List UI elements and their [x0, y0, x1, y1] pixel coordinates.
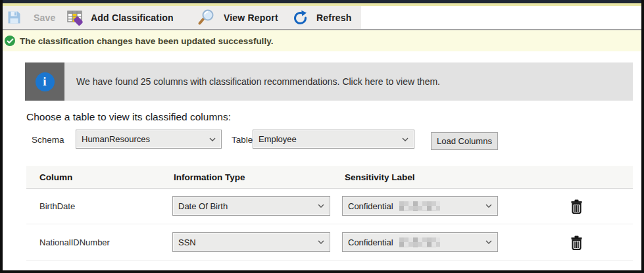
- refresh-button[interactable]: Refresh: [293, 6, 352, 29]
- schema-select-value: HumanResources: [82, 134, 150, 144]
- column-name: NationalIDNumber: [39, 224, 110, 260]
- load-columns-button[interactable]: Load Columns: [431, 132, 498, 150]
- delete-classification-button[interactable]: [568, 234, 584, 251]
- trash-icon: [570, 199, 583, 214]
- recommendations-banner-text[interactable]: We have found 25 columns with classifica…: [64, 62, 440, 101]
- window-left-edge: [0, 0, 3, 273]
- add-classification-button[interactable]: Add Classification: [66, 6, 174, 29]
- chevron-down-icon: [209, 137, 216, 141]
- save-label: Save: [34, 12, 56, 23]
- refresh-label: Refresh: [316, 12, 352, 23]
- add-classification-label: Add Classification: [91, 12, 174, 23]
- table-select[interactable]: Employee: [253, 130, 414, 149]
- delete-classification-button[interactable]: [568, 198, 584, 215]
- save-icon: [7, 10, 22, 25]
- information-type-value: Date Of Birth: [178, 201, 228, 211]
- chevron-down-icon: [318, 240, 324, 244]
- toolbar: Save Add Classification: [3, 6, 361, 29]
- chevron-down-icon: [402, 137, 409, 141]
- refresh-icon: [293, 10, 309, 26]
- info-icon-tile: i: [25, 62, 64, 101]
- window-right-edge: [641, 0, 644, 273]
- view-report-button[interactable]: View Report: [197, 6, 278, 29]
- information-type-select[interactable]: Date Of Birth: [172, 196, 330, 216]
- sensitivity-label-header: Sensitivity Label: [345, 166, 415, 189]
- success-check-icon: [5, 36, 15, 46]
- table-select-value: Employee: [259, 134, 297, 144]
- top-yellow-strip: [0, 3, 644, 6]
- schema-select[interactable]: HumanResources: [76, 130, 222, 149]
- information-type-value: SSN: [178, 237, 196, 247]
- chevron-down-icon: [485, 240, 492, 244]
- information-type-select[interactable]: SSN: [172, 232, 330, 252]
- sensitivity-label-value: Confidential: [348, 201, 393, 211]
- trash-icon: [570, 236, 583, 250]
- status-message-text: The classification changes have been upd…: [20, 30, 273, 51]
- grid-header: Column Information Type Sensitivity Labe…: [26, 166, 633, 189]
- status-message-bar: The classification changes have been upd…: [0, 30, 644, 51]
- table-row: BirthDate Date Of Birth Confidential: [26, 189, 633, 224]
- data-classification-window: Save Add Classification: [0, 0, 644, 273]
- information-type-header: Information Type: [174, 166, 245, 189]
- chevron-down-icon: [318, 204, 324, 208]
- column-name: BirthDate: [39, 189, 75, 224]
- table-row: NationalIDNumber SSN Confidential: [26, 224, 633, 261]
- magnifier-icon: [197, 9, 216, 26]
- column-header: Column: [39, 166, 72, 189]
- info-icon: i: [36, 72, 55, 91]
- table-label: Table: [232, 135, 253, 145]
- window-bottom-edge: [0, 270, 644, 273]
- sensitivity-label-select[interactable]: Confidential: [342, 232, 498, 252]
- redacted-blur-patch: [399, 201, 440, 211]
- sensitivity-label-select[interactable]: Confidential: [342, 196, 498, 216]
- recommendations-banner[interactable]: i We have found 25 columns with classifi…: [25, 62, 633, 101]
- add-classification-icon: [66, 9, 84, 26]
- choose-table-heading: Choose a table to view its classified co…: [26, 111, 231, 123]
- schema-label: Schema: [32, 135, 64, 145]
- chevron-down-icon: [485, 204, 492, 208]
- view-report-label: View Report: [224, 12, 278, 23]
- redacted-blur-patch: [399, 237, 440, 247]
- sensitivity-label-value: Confidential: [348, 237, 393, 247]
- save-button[interactable]: Save: [7, 6, 56, 29]
